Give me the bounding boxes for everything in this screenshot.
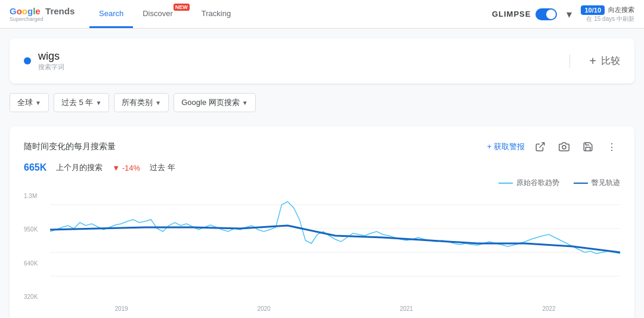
main-content: wigs 搜索字词 + 比较 全球 ▼ 过去 5 年 ▼ 所有类别 ▼ Goog… (0, 38, 644, 318)
save-button[interactable] (580, 138, 596, 155)
chart-title: 随时间变化的每月搜索量 (24, 141, 116, 152)
y-label-3: 320K (24, 294, 48, 300)
filter-source[interactable]: Google 网页搜索 ▼ (174, 93, 255, 112)
legend-original-label: 原始谷歌趋势 (516, 178, 559, 188)
chevron-down-icon: ▼ (242, 100, 248, 106)
tab-tracking-label: Tracking (202, 9, 231, 18)
new-badge: NEW (174, 4, 190, 11)
stat-change-value: ▼ -14% (112, 163, 140, 172)
quota-suffix: 向左搜索 (608, 5, 634, 14)
legend-glimpse-label: 瞥见轨迹 (592, 178, 620, 188)
glimpse-label: GLIMPSE (492, 10, 531, 18)
alert-button[interactable]: + 获取警报 (487, 141, 525, 152)
tab-discover-label: Discover (143, 9, 173, 18)
refresh-text: 在 15 days 中刷新 (586, 15, 634, 23)
chart-actions: + 获取警报 ⋮ (487, 138, 620, 155)
chart-header: 随时间变化的每月搜索量 + 获取警报 ⋮ (24, 138, 620, 155)
term-indicator-dot (24, 57, 31, 64)
stat-label: 上个月的搜索 (56, 162, 103, 173)
more-options-button[interactable]: ⋮ (603, 138, 620, 155)
legend-line-glimpse (574, 183, 588, 184)
camera-button[interactable] (556, 138, 572, 155)
search-row: wigs 搜索字词 + 比较 (24, 50, 620, 72)
svg-line-0 (540, 143, 544, 147)
compare-plus-icon: + (589, 54, 596, 68)
chart-area: 1.3M 950K 640K 320K (24, 193, 620, 312)
x-label-0: 2019 (114, 305, 128, 312)
compare-area[interactable]: + 比较 (569, 54, 620, 68)
search-card: wigs 搜索字词 + 比较 (10, 38, 634, 84)
nav-tabs: Search Discover NEW Tracking (89, 0, 240, 28)
filter-region[interactable]: 全球 ▼ (10, 93, 49, 112)
chart-y-labels: 1.3M 950K 640K 320K (24, 193, 48, 300)
svg-point-1 (562, 146, 566, 149)
chevron-down-icon: ▼ (95, 100, 101, 106)
x-label-3: 2022 (542, 305, 555, 312)
glimpse-more-button[interactable]: ▾ (562, 7, 576, 21)
x-label-1: 2020 (257, 305, 270, 312)
stats-row: 665K 上个月的搜索 ▼ -14% 过去 年 (24, 162, 620, 173)
legend-line-original (499, 183, 513, 184)
chart-svg (50, 193, 620, 300)
logo-area: Google Trends Supercharged (10, 6, 75, 22)
legend-original: 原始谷歌趋势 (499, 178, 559, 188)
search-term-area: wigs 搜索字词 (24, 50, 569, 72)
filter-row: 全球 ▼ 过去 5 年 ▼ 所有类别 ▼ Google 网页搜索 ▼ (10, 93, 634, 117)
y-label-2: 640K (24, 260, 48, 267)
stat-change: ▼ -14% (112, 163, 140, 172)
search-term-info: wigs 搜索字词 (38, 50, 64, 72)
glimpse-toggle[interactable] (535, 8, 557, 20)
chevron-down-icon: ▼ (155, 100, 161, 106)
search-term-name[interactable]: wigs (38, 50, 64, 63)
filter-category-label: 所有类别 (122, 97, 153, 108)
chevron-down-icon: ▼ (35, 100, 41, 106)
header: Google Trends Supercharged Search Discov… (0, 0, 644, 29)
stat-period: 过去 年 (150, 162, 175, 173)
y-label-0: 1.3M (24, 193, 48, 199)
header-right: GLIMPSE ▾ 10/10 向左搜索 在 15 days 中刷新 (492, 5, 634, 23)
quota-badge: 10/10 (581, 5, 605, 15)
x-label-2: 2021 (400, 305, 413, 312)
tab-search[interactable]: Search (89, 0, 133, 28)
alert-button-label: + 获取警报 (487, 141, 525, 152)
search-term-label: 搜索字词 (38, 63, 64, 72)
filter-region-label: 全球 (17, 97, 33, 108)
legend-glimpse: 瞥见轨迹 (574, 178, 620, 188)
stat-value: 665K (24, 162, 47, 173)
filter-period-label: 过去 5 年 (61, 97, 93, 108)
compare-label: 比较 (601, 55, 620, 67)
tab-search-label: Search (99, 9, 123, 18)
y-label-1: 950K (24, 226, 48, 233)
chart-x-labels: 2019 2020 2021 2022 (50, 305, 620, 312)
chart-svg-area (50, 193, 620, 300)
tab-tracking[interactable]: Tracking (192, 0, 240, 28)
chart-card: 随时间变化的每月搜索量 + 获取警报 ⋮ 665K 上个月的搜索 (10, 126, 634, 318)
filter-source-label: Google 网页搜索 (181, 97, 240, 108)
legend-row: 原始谷歌趋势 瞥见轨迹 (24, 178, 620, 188)
tab-discover[interactable]: Discover NEW (133, 0, 192, 28)
logo-google: Google Trends (10, 6, 75, 16)
filter-category[interactable]: 所有类别 ▼ (114, 93, 169, 112)
logo-supercharged: Supercharged (10, 16, 75, 22)
export-button[interactable] (532, 138, 549, 155)
filter-period[interactable]: 过去 5 年 ▼ (54, 93, 109, 112)
